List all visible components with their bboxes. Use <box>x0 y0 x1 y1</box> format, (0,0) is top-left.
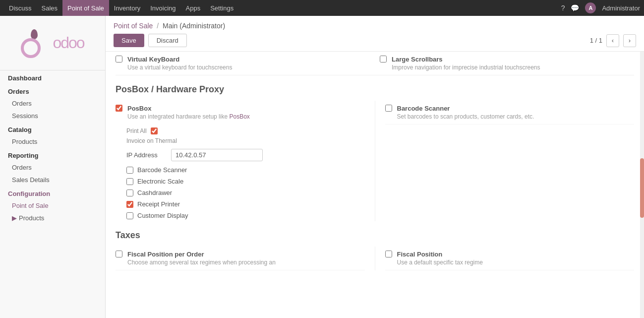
logo: odoo <box>0 16 105 70</box>
sidebar-section-dashboard[interactable]: Dashboard <box>0 70 105 84</box>
hw-receipt-printer-checkbox[interactable] <box>126 201 133 208</box>
posbox-checkbox[interactable] <box>116 105 122 112</box>
discard-button[interactable]: Discard <box>148 34 187 47</box>
nav-apps[interactable]: Apps <box>181 0 206 16</box>
fiscal-position-col: Fiscal Position Use a default specific t… <box>375 247 635 270</box>
pagination-text: 1 / 1 <box>590 37 602 44</box>
taxes-section-title: Taxes <box>116 221 634 247</box>
nav-right: ? 💬 A Administrator <box>561 2 640 13</box>
posbox-settings-grid: PosBox Use an integrated hardware setup … <box>116 101 634 221</box>
form-scroll: Virtual KeyBoard Use a virtual keyboard … <box>106 52 644 318</box>
fiscal-position-checkbox[interactable] <box>385 251 392 257</box>
content-header: Point of Sale / Main (Administrator) Sav… <box>106 16 644 52</box>
hw-customer-display: Customer Display <box>126 210 365 221</box>
hw-barcode-scanner-checkbox[interactable] <box>126 167 133 174</box>
ip-input[interactable] <box>171 149 263 161</box>
hw-barcode-scanner: Barcode Scanner <box>126 164 365 176</box>
hw-receipt-printer-label: Receipt Printer <box>137 200 180 208</box>
prev-page-button[interactable]: ‹ <box>606 34 619 47</box>
nav-invoicing[interactable]: Invoicing <box>145 0 180 16</box>
breadcrumb-current: Main (Administrator) <box>163 22 225 30</box>
save-button[interactable]: Save <box>114 34 144 47</box>
posbox-column: PosBox Use an integrated hardware setup … <box>116 101 375 221</box>
fiscal-position-per-order-row: Fiscal Position per Order Choose among s… <box>116 247 365 270</box>
hw-customer-display-label: Customer Display <box>137 212 188 219</box>
fiscal-position-per-order-checkbox[interactable] <box>116 251 122 257</box>
sidebar-item-sessions[interactable]: Sessions <box>0 110 105 122</box>
virtual-keyboard-checkbox[interactable] <box>116 56 122 63</box>
chat-icon[interactable]: 💬 <box>571 4 579 12</box>
fiscal-position-per-order-label: Fiscal Position per Order <box>127 251 276 258</box>
nav-sales[interactable]: Sales <box>37 0 63 16</box>
top-features-row: Virtual KeyBoard Use a virtual keyboard … <box>116 52 634 75</box>
print-all-checkbox[interactable] <box>151 127 158 134</box>
scrollbar-thumb[interactable] <box>640 158 644 218</box>
fiscal-position-per-order-desc: Choose among several tax regimes when pr… <box>127 259 276 266</box>
invoice-on-thermal-row: Invoice on Thermal <box>126 136 365 146</box>
hw-barcode-scanner-label: Barcode Scanner <box>137 166 187 174</box>
nav-inventory[interactable]: Inventory <box>109 0 145 16</box>
barcode-scanner-desc: Set barcodes to scan products, customer … <box>397 113 534 120</box>
virtual-keyboard-feature: Virtual KeyBoard Use a virtual keyboard … <box>116 56 370 71</box>
hw-customer-display-checkbox[interactable] <box>126 212 133 219</box>
sidebar-item-orders[interactable]: Orders <box>0 97 105 110</box>
hw-cashdrawer-label: Cashdrawer <box>137 189 172 196</box>
large-scrollbars-checkbox[interactable] <box>380 56 387 63</box>
posbox-label: PosBox <box>127 105 365 112</box>
breadcrumb: Point of Sale / Main (Administrator) <box>114 22 636 30</box>
breadcrumb-parent[interactable]: Point of Sale <box>114 22 153 30</box>
large-scrollbars-label: Large Scrollbars <box>392 56 540 63</box>
fiscal-position-row: Fiscal Position Use a default specific t… <box>385 247 635 270</box>
help-icon[interactable]: ? <box>561 4 565 12</box>
hw-receipt-printer: Receipt Printer <box>126 198 365 210</box>
virtual-keyboard-desc: Use a virtual keyboard for touchscreens <box>127 64 232 71</box>
print-all-label: Print All <box>126 127 147 134</box>
barcode-scanner-label: Barcode Scanner <box>397 105 534 112</box>
posbox-link[interactable]: PosBox <box>229 113 249 120</box>
posbox-header: PosBox Use an integrated hardware setup … <box>116 101 365 124</box>
pagination: 1 / 1 ‹ › <box>590 34 636 47</box>
fiscal-position-per-order-col: Fiscal Position per Order Choose among s… <box>116 247 375 270</box>
hw-electronic-scale-label: Electronic Scale <box>137 178 183 185</box>
barcode-scanner-checkbox[interactable] <box>385 105 392 112</box>
hw-electronic-scale-checkbox[interactable] <box>126 178 133 185</box>
taxes-settings-grid: Fiscal Position per Order Choose among s… <box>116 247 634 270</box>
sidebar-item-sales-details[interactable]: Sales Details <box>0 174 105 186</box>
avatar[interactable]: A <box>585 2 596 13</box>
ip-label: IP Address <box>126 151 166 159</box>
large-scrollbars-feature: Large Scrollbars Improve navigation for … <box>370 56 634 71</box>
invoice-on-thermal-label: Invoice on Thermal <box>126 137 177 144</box>
username: Administrator <box>602 4 640 12</box>
barcode-scanner-row: Barcode Scanner Set barcodes to scan pro… <box>385 101 635 125</box>
nav-settings[interactable]: Settings <box>205 0 238 16</box>
toolbar: Save Discard 1 / 1 ‹ › <box>114 34 636 47</box>
sidebar-item-reporting-orders[interactable]: Orders <box>0 161 105 174</box>
large-scrollbars-desc: Improve navigation for imprecise industr… <box>392 64 540 71</box>
sidebar-item-point-of-sale[interactable]: Point of Sale <box>0 199 105 212</box>
print-all-row: Print All <box>126 126 365 136</box>
ip-address-row: IP Address <box>126 146 365 164</box>
sidebar-section-catalog[interactable]: Catalog <box>0 122 105 135</box>
next-page-button[interactable]: › <box>623 34 636 47</box>
sidebar-item-config-products[interactable]: ▶Products <box>0 212 105 224</box>
posbox-sub-settings: Print All Invoice on Thermal <box>126 126 365 146</box>
scrollbar-track <box>640 52 644 318</box>
sidebar: odoo Dashboard Orders Orders Sessions Ca… <box>0 16 106 318</box>
fiscal-position-label: Fiscal Position <box>397 251 483 258</box>
virtual-keyboard-label: Virtual KeyBoard <box>127 56 232 63</box>
fiscal-position-desc: Use a default specific tax regime <box>397 259 483 266</box>
posbox-section-title: PosBox / Hardware Proxy <box>116 75 634 101</box>
posbox-desc: Use an integrated hardware setup like Po… <box>127 113 365 120</box>
sidebar-section-configuration[interactable]: Configuration <box>0 186 105 199</box>
nav-discuss[interactable]: Discuss <box>4 0 37 16</box>
sidebar-section-orders[interactable]: Orders <box>0 84 105 97</box>
nav-point-of-sale[interactable]: Point of Sale <box>62 0 109 16</box>
hw-electronic-scale: Electronic Scale <box>126 176 365 187</box>
sidebar-item-products[interactable]: Products <box>0 135 105 148</box>
breadcrumb-separator: / <box>157 22 159 30</box>
top-navigation: Discuss Sales Point of Sale Inventory In… <box>0 0 644 16</box>
barcode-scanner-column: Barcode Scanner Set barcodes to scan pro… <box>375 101 635 221</box>
content-area: Point of Sale / Main (Administrator) Sav… <box>106 16 644 318</box>
hw-cashdrawer-checkbox[interactable] <box>126 190 133 196</box>
sidebar-section-reporting[interactable]: Reporting <box>0 148 105 161</box>
